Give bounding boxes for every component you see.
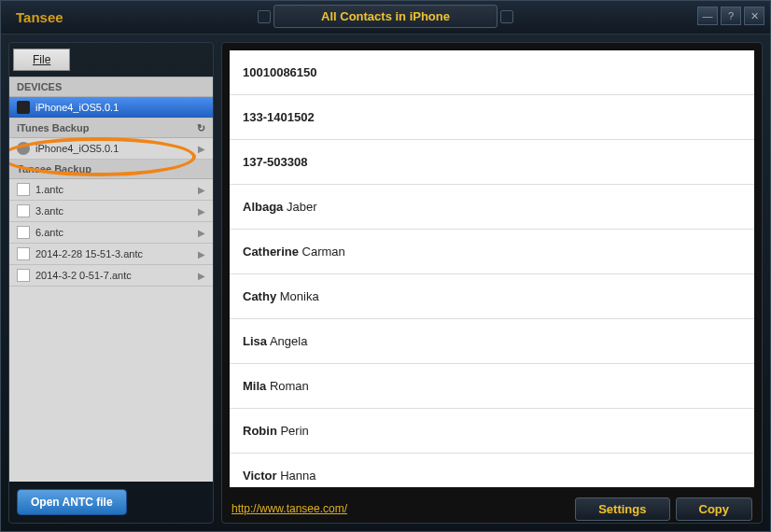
tree-item[interactable]: 1.antc▶ xyxy=(9,179,213,201)
tree-item-label: iPhone4_iOS5.0.1 xyxy=(35,102,119,113)
file-icon xyxy=(17,204,30,217)
chevron-right-icon: ▶ xyxy=(198,228,205,238)
contact-first-name: 133-1401502 xyxy=(243,110,315,124)
contact-last-name: Perin xyxy=(277,424,309,438)
backup-icon xyxy=(17,142,30,155)
tree-section-header: iTunes Backup ↻ xyxy=(9,119,213,138)
file-icon xyxy=(17,247,30,260)
tree-item-label: 2014-2-28 15-51-3.antc xyxy=(35,248,143,259)
tree-item-label: 3.antc xyxy=(35,205,63,217)
contact-last-name: Carman xyxy=(299,245,345,259)
contact-row[interactable]: Victor Hanna xyxy=(230,454,754,487)
contact-first-name: Cathy xyxy=(243,289,276,303)
tree-item-label: iPhone4_iOS5.0.1 xyxy=(35,143,119,154)
contact-first-name: Lisa xyxy=(243,334,267,348)
tree-item-label: 1.antc xyxy=(35,184,63,195)
tree-item-label: 2014-3-2 0-51-7.antc xyxy=(35,270,132,281)
minimize-button[interactable]: — xyxy=(697,7,718,25)
refresh-icon[interactable]: ↻ xyxy=(197,122,205,134)
contact-row[interactable]: Catherine Carman xyxy=(230,230,754,274)
copy-button[interactable]: Copy xyxy=(676,497,753,521)
file-icon xyxy=(17,226,30,239)
contact-list[interactable]: 10010086150133-1401502137-503308Albaga J… xyxy=(230,50,754,487)
tree-item[interactable]: 3.antc▶ xyxy=(9,201,213,222)
tree-item[interactable]: iPhone4_iOS5.0.1 xyxy=(9,97,213,119)
footer-buttons: Settings Copy xyxy=(575,497,752,521)
main-panel: 10010086150133-1401502137-503308Albaga J… xyxy=(221,42,763,524)
main-window: Tansee All Contacts in iPhone — ? ✕ File… xyxy=(0,0,771,532)
tree-item[interactable]: 6.antc▶ xyxy=(9,222,213,244)
contact-first-name: Albaga xyxy=(243,200,283,214)
contact-first-name: Catherine xyxy=(243,245,299,259)
sidebar: File DEVICESiPhone4_iOS5.0.1iTunes Backu… xyxy=(8,42,214,524)
tree-item[interactable]: iPhone4_iOS5.0.1▶ xyxy=(9,138,213,160)
device-tree: DEVICESiPhone4_iOS5.0.1iTunes Backup ↻iP… xyxy=(9,77,213,482)
tree-item[interactable]: 2014-3-2 0-51-7.antc▶ xyxy=(9,265,213,287)
tree-section-header: Tansee Backup xyxy=(9,160,213,179)
contact-row[interactable]: Cathy Monika xyxy=(230,274,754,319)
file-menu-button[interactable]: File xyxy=(13,49,70,71)
footer: http://www.tansee.com/ Settings Copy xyxy=(222,495,762,523)
contact-last-name: Jaber xyxy=(283,200,316,214)
file-icon xyxy=(17,183,30,196)
titlebar: Tansee All Contacts in iPhone — ? ✕ xyxy=(1,1,770,35)
contact-first-name: 137-503308 xyxy=(243,155,307,169)
body-area: File DEVICESiPhone4_iOS5.0.1iTunes Backu… xyxy=(1,35,770,531)
open-antc-button[interactable]: Open ANTC file xyxy=(17,489,127,515)
chevron-right-icon: ▶ xyxy=(198,271,205,281)
contact-last-name: Hanna xyxy=(277,469,316,483)
chevron-right-icon: ▶ xyxy=(198,144,205,154)
contact-first-name: Victor xyxy=(243,469,277,483)
contact-last-name: Monika xyxy=(276,289,319,303)
contact-row[interactable]: Lisa Angela xyxy=(230,319,754,364)
window-title: All Contacts in iPhone xyxy=(273,5,498,28)
contact-first-name: 10010086150 xyxy=(243,65,317,79)
contact-row[interactable]: 137-503308 xyxy=(230,140,754,185)
contact-first-name: Robin xyxy=(243,424,277,438)
tree-section-header: DEVICES xyxy=(9,77,213,97)
file-tab-bar: File xyxy=(9,43,213,77)
contact-row[interactable]: 10010086150 xyxy=(230,50,754,95)
contact-first-name: Mila xyxy=(243,379,266,393)
contact-last-name: Roman xyxy=(266,379,309,393)
contact-row[interactable]: 133-1401502 xyxy=(230,95,754,140)
file-icon xyxy=(17,269,30,282)
chevron-right-icon: ▶ xyxy=(198,249,205,259)
phone-icon xyxy=(17,101,30,114)
chevron-right-icon: ▶ xyxy=(198,206,205,217)
chevron-right-icon: ▶ xyxy=(198,185,205,195)
website-link[interactable]: http://www.tansee.com/ xyxy=(231,502,347,515)
contact-row[interactable]: Robin Perin xyxy=(230,409,754,454)
help-button[interactable]: ? xyxy=(721,7,741,25)
contact-last-name: Angela xyxy=(267,334,307,348)
tree-item[interactable]: 2014-2-28 15-51-3.antc▶ xyxy=(9,244,213,265)
window-controls: — ? ✕ xyxy=(697,7,764,25)
close-button[interactable]: ✕ xyxy=(744,7,764,25)
tree-item-label: 6.antc xyxy=(35,227,63,238)
open-button-wrap: Open ANTC file xyxy=(9,482,213,523)
contact-row[interactable]: Albaga Jaber xyxy=(230,185,754,230)
settings-button[interactable]: Settings xyxy=(575,497,669,521)
contact-row[interactable]: Mila Roman xyxy=(230,364,754,409)
app-name: Tansee xyxy=(1,9,63,25)
